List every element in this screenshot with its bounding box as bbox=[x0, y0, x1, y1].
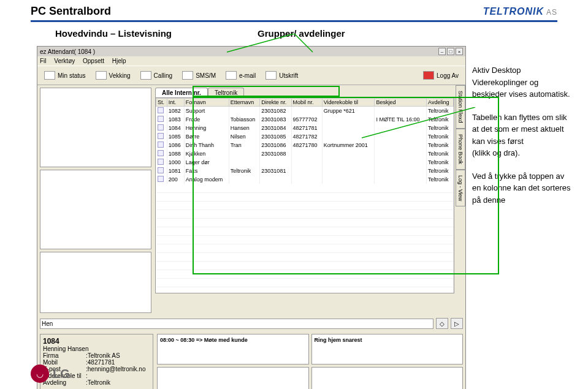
search-next-button[interactable]: ▷ bbox=[451, 318, 463, 329]
col-int[interactable]: Int. bbox=[167, 99, 184, 107]
status-icon bbox=[158, 159, 164, 165]
col-mobile[interactable]: Mobil nr. bbox=[291, 99, 322, 107]
subtitle-left: Hovedvindu – Listevisning bbox=[55, 28, 172, 39]
email-icon bbox=[226, 71, 237, 80]
col-last[interactable]: Etternavn bbox=[229, 99, 260, 107]
sms-icon bbox=[182, 71, 193, 80]
table-row[interactable]: 200Analog modemTeltronik bbox=[156, 175, 454, 184]
lg-face-icon: ◡ bbox=[31, 364, 49, 383]
call-queue-box bbox=[40, 88, 151, 167]
close-icon[interactable]: × bbox=[456, 48, 463, 55]
sidetab-phonebook[interactable]: Phone Book bbox=[456, 129, 465, 170]
tab-teltronik[interactable]: Teltronik bbox=[208, 88, 244, 97]
appointment-box: 08:00 ~ 08:30 => Møte med kunde bbox=[157, 334, 309, 364]
menu-tools[interactable]: Verktøy bbox=[54, 58, 75, 64]
empty-box-1 bbox=[157, 367, 309, 389]
data-grid[interactable]: St. Int. Fornavn Etternavn Direkte nr. M… bbox=[155, 97, 454, 293]
table-row[interactable]: 1081FaksTeltronik23031081Teltronik bbox=[156, 167, 454, 175]
col-msg[interactable]: Beskjed bbox=[375, 99, 427, 107]
menubar: Fil Verktøy Oppsett Hjelp bbox=[37, 56, 465, 66]
table-row[interactable]: 1085BørreNilsen2303108548271782Teltronik bbox=[156, 132, 454, 141]
tool-email[interactable]: e-mail bbox=[221, 69, 260, 82]
sidetab-log[interactable]: Log - View bbox=[456, 170, 465, 206]
header-rule bbox=[31, 20, 557, 22]
phone-icon bbox=[140, 71, 151, 80]
col-forward[interactable]: Viderekoble til bbox=[322, 99, 375, 107]
menu-file[interactable]: Fil bbox=[40, 58, 47, 64]
titlebar: ez Attendant( 1084 ) – □ × bbox=[37, 47, 465, 56]
col-dept[interactable]: Avdeling bbox=[427, 99, 454, 107]
status-icon bbox=[158, 167, 164, 173]
table-row[interactable]: 1088Kjøkken23031088Teltronik bbox=[156, 149, 454, 158]
status-icon bbox=[158, 116, 164, 122]
status-icon bbox=[158, 150, 164, 156]
empty-box-2 bbox=[311, 367, 464, 389]
menu-setup[interactable]: Oppsett bbox=[83, 58, 104, 64]
tool-status[interactable]: Min status bbox=[40, 69, 90, 82]
table-row[interactable]: 1086Dinh ThanhTran2303108648271780Kortnu… bbox=[156, 141, 454, 149]
info-ext: 1084 bbox=[43, 337, 150, 346]
col-st[interactable]: St. bbox=[156, 99, 167, 107]
app-window: ez Attendant( 1084 ) – □ × Fil Verktøy O… bbox=[37, 46, 466, 389]
message-box: Ring hjem snarest bbox=[311, 334, 464, 364]
table-row[interactable]: 1000Lager dørTeltronik bbox=[156, 158, 454, 167]
menu-help[interactable]: Hjelp bbox=[112, 58, 126, 64]
status-icon bbox=[44, 71, 55, 80]
col-direct[interactable]: Direkte nr. bbox=[260, 99, 291, 107]
status-icon bbox=[158, 124, 164, 130]
col-first[interactable]: Fornavn bbox=[184, 99, 229, 107]
active-call-box bbox=[40, 170, 151, 249]
tab-all-internal[interactable]: Alle Intern nr. bbox=[155, 88, 208, 97]
minimize-icon[interactable]: – bbox=[438, 48, 446, 55]
status-icon bbox=[158, 133, 164, 139]
hold-box bbox=[40, 252, 151, 313]
subtitle-right: Grupper/ avdelinger bbox=[258, 28, 345, 39]
annotations: Aktiv DesktopViderekoplinger ogbeskjeder… bbox=[472, 64, 582, 217]
lg-logo: ◡ LG bbox=[31, 364, 70, 383]
tool-sms[interactable]: SMS/M bbox=[178, 69, 220, 82]
clock-icon bbox=[96, 71, 107, 80]
tool-logoff[interactable]: Logg Av bbox=[419, 69, 463, 82]
maximize-icon[interactable]: □ bbox=[447, 48, 454, 55]
status-icon bbox=[158, 107, 164, 113]
search-input[interactable] bbox=[40, 319, 433, 329]
tool-print[interactable]: Utskrift bbox=[261, 69, 302, 82]
table-row[interactable]: 1084HenningHansen2303108448271781Teltron… bbox=[156, 124, 454, 132]
status-icon bbox=[158, 142, 164, 148]
lg-text: LG bbox=[53, 367, 70, 381]
status-icon bbox=[158, 176, 164, 182]
table-row[interactable]: 1082Support23031082Gruppe *621Teltronik bbox=[156, 107, 454, 116]
page-title: PC Sentralbord bbox=[31, 5, 111, 18]
toolbar: Min status Vekking Calling SMS/M e-mail … bbox=[37, 66, 465, 85]
print-icon bbox=[265, 71, 277, 80]
info-name: Henning Hansen bbox=[43, 346, 150, 352]
search-prev-button[interactable]: ◇ bbox=[436, 318, 448, 329]
window-title: ez Attendant( 1084 ) bbox=[40, 48, 95, 55]
tool-wake[interactable]: Vekking bbox=[91, 69, 135, 82]
logoff-icon bbox=[423, 71, 434, 80]
brand-logo: TELTRONIKAS bbox=[483, 6, 557, 17]
tool-calling[interactable]: Calling bbox=[136, 69, 177, 82]
table-row[interactable]: 1083FrodeTobiasson2303108395777702I MØTE… bbox=[156, 115, 454, 124]
sidetab-station[interactable]: Station Flexd bbox=[456, 85, 465, 129]
